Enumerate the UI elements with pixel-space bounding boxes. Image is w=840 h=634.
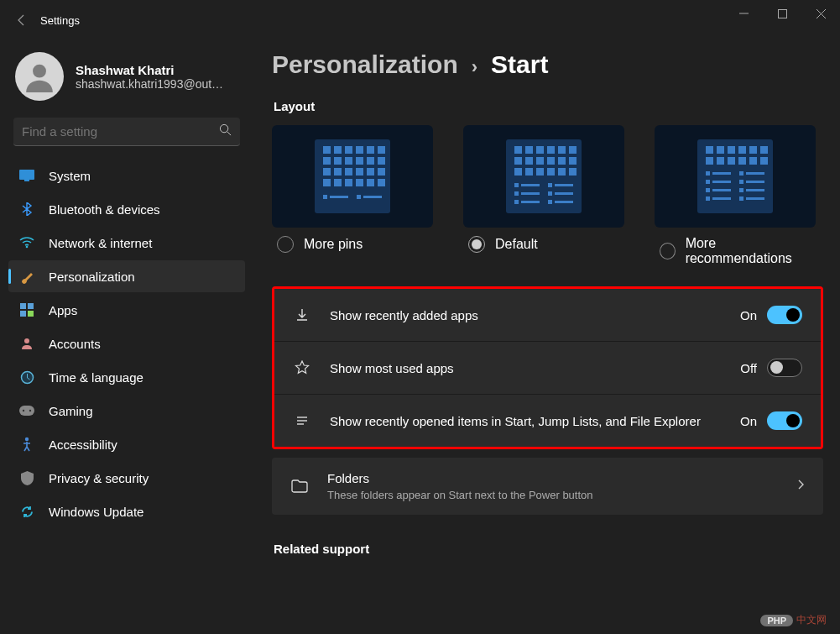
sidebar-item-bluetooth[interactable]: Bluetooth & devices — [8, 193, 245, 225]
svg-rect-37 — [367, 168, 374, 176]
sidebar-item-privacy[interactable]: Privacy & security — [8, 462, 245, 494]
setting-recently-opened-items[interactable]: Show recently opened items in Start, Jum… — [274, 395, 821, 447]
svg-rect-38 — [378, 168, 385, 176]
sidebar-item-network[interactable]: Network & internet — [8, 227, 245, 259]
sidebar-item-system[interactable]: System — [8, 160, 245, 191]
svg-rect-10 — [20, 303, 26, 309]
minimize-button[interactable] — [724, 0, 763, 27]
svg-rect-60 — [558, 157, 566, 165]
app-title: Settings — [40, 14, 80, 27]
sidebar-item-windows-update[interactable]: Windows Update — [8, 495, 245, 527]
svg-rect-92 — [760, 157, 768, 165]
svg-rect-83 — [728, 146, 735, 154]
svg-point-18 — [29, 410, 31, 411]
svg-rect-79 — [555, 201, 573, 203]
layout-heading: Layout — [274, 99, 823, 113]
layout-thumb-more-recommendations[interactable] — [655, 125, 816, 228]
clock-globe-icon — [18, 370, 35, 385]
svg-rect-94 — [712, 172, 731, 175]
folders-setting[interactable]: Folders These folders appear on Start ne… — [272, 458, 823, 515]
gaming-icon — [18, 406, 35, 416]
sidebar-item-label: Gaming — [49, 404, 93, 418]
sidebar-item-time-language[interactable]: Time & language — [8, 361, 245, 393]
svg-rect-56 — [514, 157, 522, 165]
layout-radio-more-pins[interactable]: More pins — [272, 236, 433, 253]
sidebar-item-label: Network & internet — [49, 236, 152, 250]
svg-rect-87 — [706, 157, 713, 165]
wifi-icon — [18, 237, 35, 249]
setting-most-used-apps[interactable]: Show most used apps Off — [274, 342, 821, 395]
sidebar-item-label: Apps — [49, 303, 77, 317]
toggle-state-text: On — [740, 308, 757, 322]
svg-rect-107 — [739, 196, 743, 201]
sidebar-item-label: Windows Update — [49, 505, 143, 519]
sidebar-item-gaming[interactable]: Gaming — [8, 395, 245, 427]
search-input[interactable] — [22, 124, 219, 139]
svg-rect-93 — [706, 171, 710, 176]
svg-rect-39 — [323, 179, 331, 186]
svg-rect-50 — [514, 146, 522, 154]
layout-radio-more-recommendations[interactable]: More recommendations — [655, 236, 816, 266]
svg-rect-57 — [525, 157, 533, 165]
setting-label: Show most used apps — [330, 359, 722, 377]
svg-rect-54 — [558, 146, 566, 154]
svg-rect-105 — [706, 196, 710, 201]
svg-point-9 — [26, 246, 29, 249]
breadcrumb-parent[interactable]: Personalization — [272, 50, 458, 79]
setting-label: Show recently opened items in Start, Jum… — [330, 412, 722, 430]
layout-radio-default[interactable]: Default — [463, 236, 624, 253]
sidebar-item-personalization[interactable]: Personalization — [8, 260, 245, 292]
svg-rect-69 — [521, 184, 540, 186]
svg-rect-40 — [334, 179, 342, 186]
svg-rect-103 — [739, 188, 743, 192]
close-button[interactable] — [801, 0, 840, 27]
svg-rect-24 — [356, 146, 363, 154]
svg-rect-36 — [356, 168, 363, 176]
maximize-button[interactable] — [763, 0, 801, 27]
svg-rect-13 — [28, 311, 34, 317]
svg-rect-101 — [706, 188, 710, 192]
svg-rect-58 — [536, 157, 544, 165]
svg-rect-1 — [778, 9, 786, 18]
setting-label: Show recently added apps — [330, 307, 722, 324]
svg-rect-99 — [739, 180, 743, 184]
svg-rect-74 — [548, 191, 552, 196]
toggle-switch[interactable] — [767, 359, 802, 377]
svg-rect-32 — [378, 157, 385, 165]
sidebar-item-label: Time & language — [49, 370, 143, 385]
svg-rect-53 — [547, 146, 555, 154]
search-box[interactable] — [13, 118, 240, 146]
user-profile[interactable]: Shashwat Khatri shashwat.khatri1993@out… — [8, 47, 245, 116]
svg-rect-65 — [547, 168, 555, 176]
chevron-right-icon: › — [472, 56, 477, 78]
toggle-switch[interactable] — [767, 411, 802, 430]
svg-rect-89 — [728, 157, 735, 165]
svg-rect-28 — [334, 157, 342, 165]
sidebar-item-label: Personalization — [49, 270, 135, 284]
svg-rect-27 — [323, 157, 331, 165]
svg-rect-98 — [712, 181, 731, 183]
svg-rect-35 — [345, 168, 352, 176]
setting-recently-added-apps[interactable]: Show recently added apps On — [274, 289, 821, 342]
sidebar-item-accounts[interactable]: Accounts — [8, 327, 245, 359]
layout-thumb-more-pins[interactable] — [272, 125, 433, 228]
svg-rect-26 — [378, 146, 385, 154]
folders-subtitle: These folders appear on Start next to th… — [327, 489, 778, 501]
bluetooth-icon — [18, 202, 35, 216]
svg-rect-76 — [514, 200, 519, 204]
sidebar-item-accessibility[interactable]: Accessibility — [8, 428, 245, 460]
layout-option-label: More recommendations — [686, 236, 816, 266]
toggle-switch[interactable] — [767, 306, 802, 324]
svg-rect-81 — [706, 146, 713, 154]
svg-rect-22 — [334, 146, 342, 154]
sidebar-item-apps[interactable]: Apps — [8, 294, 245, 326]
svg-point-14 — [24, 338, 29, 343]
svg-rect-47 — [357, 195, 361, 199]
back-button[interactable] — [7, 5, 37, 35]
radio-icon — [660, 243, 676, 259]
layout-thumb-default[interactable] — [463, 125, 624, 228]
toggle-state-text: On — [740, 414, 757, 428]
svg-rect-12 — [20, 311, 26, 317]
svg-rect-88 — [717, 157, 724, 165]
svg-point-4 — [33, 65, 46, 78]
